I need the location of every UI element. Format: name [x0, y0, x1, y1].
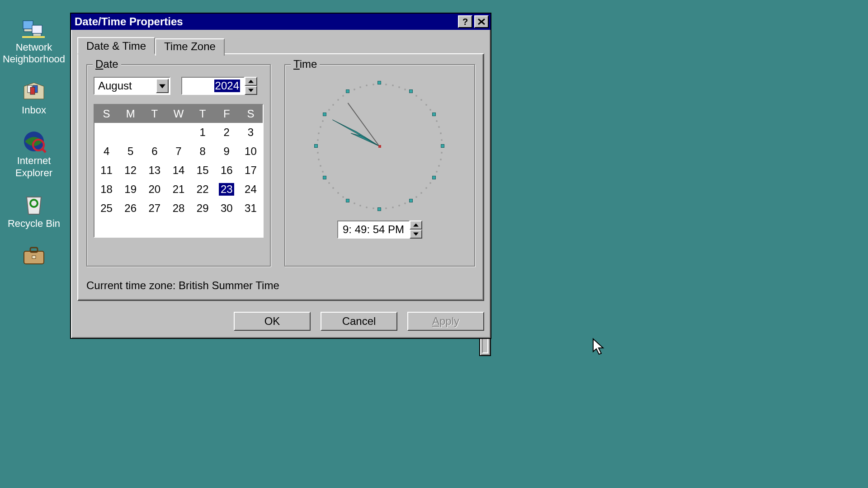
desktop-icon-network[interactable]: Network Neighborhood — [0, 16, 68, 66]
mouse-cursor-icon — [592, 338, 607, 360]
tab-body: Date August 2024 — [77, 53, 484, 301]
calendar-day[interactable]: 21 — [166, 183, 190, 196]
date-legend: Date — [93, 58, 121, 70]
calendar-day[interactable]: 15 — [191, 164, 215, 177]
year-spinner[interactable] — [245, 77, 257, 95]
year-value: 2024 — [214, 80, 240, 92]
spinner-up-icon[interactable] — [245, 77, 257, 86]
spinner-down-icon[interactable] — [245, 86, 257, 95]
calendar-day[interactable]: 14 — [166, 164, 190, 177]
calendar-day[interactable]: 20 — [142, 183, 166, 196]
calendar-day[interactable]: 8 — [191, 145, 215, 158]
calendar-day[interactable]: 10 — [239, 145, 263, 158]
calendar-day[interactable]: 12 — [118, 164, 142, 177]
svg-rect-2 — [32, 25, 42, 33]
tabstrip: Date & Time Time Zone — [77, 36, 484, 53]
spinner-down-icon[interactable] — [410, 230, 422, 239]
dialog-buttons: OK Cancel Apply — [77, 312, 484, 331]
window-title: Date/Time Properties — [75, 15, 456, 28]
time-field[interactable]: 9: 49: 54 PM — [337, 221, 410, 239]
calendar-day[interactable]: 4 — [94, 145, 118, 158]
desktop-icon-inbox[interactable]: Inbox — [0, 79, 68, 116]
month-select[interactable]: August — [94, 77, 170, 95]
calendar-weekday: T — [191, 108, 215, 120]
svg-rect-7 — [30, 87, 35, 94]
desktop-icon-internet-explorer[interactable]: Internet Explorer — [0, 130, 68, 179]
desktop-icon-label: Internet Explorer — [0, 155, 68, 179]
svg-marker-17 — [332, 120, 380, 146]
spinner-up-icon[interactable] — [410, 221, 422, 230]
inbox-icon — [19, 79, 48, 104]
calendar-day[interactable]: 29 — [191, 202, 215, 215]
calendar-day[interactable]: 9 — [215, 145, 239, 158]
calendar-weekday: M — [118, 108, 142, 120]
calendar-day[interactable]: 16 — [215, 164, 239, 177]
time-spinner[interactable] — [410, 221, 422, 239]
calendar-day[interactable]: 24 — [239, 183, 263, 196]
clock-center-pin — [378, 145, 381, 148]
titlebar[interactable]: Date/Time Properties ? — [71, 14, 491, 30]
month-value: August — [98, 80, 132, 92]
calendar-day[interactable]: 18 — [94, 183, 118, 196]
calendar-day[interactable]: 30 — [215, 202, 239, 215]
svg-line-10 — [42, 149, 46, 152]
calendar-day[interactable]: 26 — [118, 202, 142, 215]
calendar-weekday: S — [94, 108, 118, 120]
calendar-day[interactable]: 1 — [191, 126, 215, 139]
year-field[interactable]: 2024 — [181, 77, 245, 95]
recycle-bin-icon — [19, 192, 48, 218]
network-neighborhood-icon — [19, 16, 48, 42]
svg-rect-3 — [33, 33, 41, 36]
help-button[interactable]: ? — [458, 15, 472, 28]
time-groupbox: Time 9: 49: 54 PM — [284, 64, 475, 267]
calendar-day[interactable]: 11 — [94, 164, 118, 177]
svg-rect-1 — [24, 29, 32, 32]
calendar-day[interactable]: 13 — [142, 164, 166, 177]
cancel-button[interactable]: Cancel — [321, 312, 397, 331]
desktop-icon-briefcase[interactable]: My Briefcase — [0, 243, 68, 280]
calendar-weekday: T — [142, 108, 166, 120]
date-time-properties-window: Date/Time Properties ? Date & Time Time … — [70, 13, 491, 339]
dropdown-arrow-icon[interactable] — [156, 79, 169, 93]
calendar-day[interactable]: 17 — [239, 164, 263, 177]
analog-clock — [312, 79, 448, 214]
calendar-day[interactable]: 2 — [215, 126, 239, 139]
calendar-weekday: W — [166, 108, 190, 120]
calendar-header: SMTWTFS — [94, 105, 263, 123]
calendar-day[interactable]: 6 — [142, 145, 166, 158]
close-button[interactable] — [474, 15, 489, 28]
desktop-icon-label: Recycle Bin — [8, 218, 60, 230]
timezone-label: Current time zone: British Summer Time — [86, 279, 475, 292]
calendar-weekday: F — [215, 108, 239, 120]
desktop-icon-label: Inbox — [22, 104, 46, 116]
internet-explorer-icon — [19, 130, 48, 155]
ok-button[interactable]: OK — [234, 312, 311, 331]
tab-date-time[interactable]: Date & Time — [77, 37, 155, 54]
calendar-day[interactable]: 22 — [191, 183, 215, 196]
time-legend: Time — [291, 58, 320, 70]
calendar-body[interactable]: 1234567891011121314151617181920212223242… — [94, 123, 263, 218]
date-groupbox: Date August 2024 — [86, 64, 271, 267]
svg-rect-13 — [32, 256, 36, 258]
calendar-day[interactable]: 31 — [239, 202, 263, 215]
calendar-weekday: S — [239, 108, 263, 120]
apply-button[interactable]: Apply — [407, 312, 484, 331]
desktop-icon-recycle-bin[interactable]: Recycle Bin — [0, 192, 68, 230]
briefcase-icon — [19, 243, 48, 268]
time-value: 9: 49: 54 PM — [343, 223, 404, 236]
svg-rect-0 — [23, 21, 33, 29]
calendar-day[interactable]: 23 — [219, 183, 234, 196]
calendar-day[interactable]: 7 — [166, 145, 190, 158]
calendar-day[interactable]: 27 — [142, 202, 166, 215]
desktop-icons: Network Neighborhood Inbox Internet Expl… — [0, 16, 68, 281]
calendar-day[interactable]: 5 — [118, 145, 142, 158]
calendar-day[interactable]: 28 — [166, 202, 190, 215]
calendar-day[interactable]: 19 — [118, 183, 142, 196]
calendar-day[interactable]: 3 — [239, 126, 263, 139]
tab-time-zone[interactable]: Time Zone — [155, 38, 225, 56]
calendar[interactable]: SMTWTFS 12345678910111213141516171819202… — [94, 104, 264, 238]
calendar-day[interactable]: 25 — [94, 202, 118, 215]
svg-rect-12 — [30, 248, 38, 252]
desktop-icon-label: Network Neighborhood — [0, 42, 68, 66]
